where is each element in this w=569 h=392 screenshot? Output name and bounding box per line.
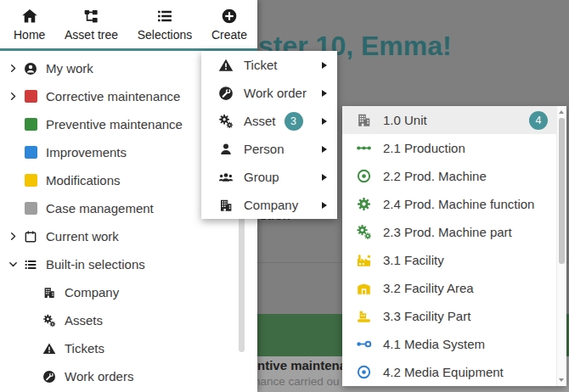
- facility-part-icon: [356, 308, 372, 324]
- sidebar-item-built-in-selections[interactable]: Built-in selections: [0, 250, 238, 278]
- list-icon: [24, 258, 37, 272]
- sidebar-item-label: Built-in selections: [46, 257, 145, 272]
- submenu-arrow-icon: [322, 90, 327, 97]
- home-icon: [21, 8, 38, 25]
- gear-icon: [356, 196, 372, 212]
- menu-item-label: Asset: [244, 114, 276, 128]
- submenu-item-prod-machine-part[interactable]: 2.3 Prod. Machine part: [342, 218, 566, 246]
- submenu-arrow-icon: [322, 146, 327, 153]
- menu-item-ticket[interactable]: Ticket: [201, 51, 337, 79]
- sidebar-item-label: Case management: [46, 201, 154, 216]
- submenu-item-facility-part[interactable]: 3.3 Facility Part: [342, 302, 566, 330]
- menu-item-company[interactable]: Company: [201, 191, 337, 219]
- nav-label: Create: [211, 28, 247, 42]
- target-circle-icon: [356, 168, 372, 184]
- menu-item-label: Work order: [244, 86, 307, 100]
- sidebar-item-label: Assets: [65, 313, 103, 328]
- person-icon: [218, 142, 234, 157]
- chevron-right-icon[interactable]: [8, 232, 24, 241]
- menu-item-label: Ticket: [244, 58, 277, 72]
- sidebar-item-label: Tickets: [65, 341, 104, 356]
- plus-circle-icon: [221, 8, 238, 25]
- chevron-right-icon[interactable]: [8, 64, 24, 73]
- wrench-circle-icon: [218, 86, 234, 101]
- submenu-scrollbar-thumb[interactable]: [559, 118, 565, 264]
- target-circle-icon: [356, 364, 372, 380]
- menu-item-label: Company: [244, 198, 298, 212]
- sidebar-item-label: Modifications: [46, 173, 121, 188]
- submenu-item-prod-machine[interactable]: 2.2 Prod. Machine: [342, 162, 566, 190]
- menu-item-label: Person: [244, 142, 284, 156]
- submenu-item-label: 2.1 Production: [383, 141, 465, 155]
- submenu-arrow-icon: [322, 62, 327, 69]
- menu-item-label: Group: [244, 170, 279, 184]
- submenu-item-production[interactable]: 2.1 Production: [342, 134, 566, 162]
- shed-icon: [356, 280, 372, 296]
- submenu-item-label: 3.1 Facility: [383, 253, 444, 267]
- calendar-icon: [24, 230, 37, 244]
- card-title-fragment: ntive maintena: [257, 358, 346, 372]
- menu-item-group[interactable]: Group: [201, 163, 337, 191]
- submenu-item-facility[interactable]: 3.1 Facility: [342, 246, 566, 274]
- building-icon: [218, 198, 234, 213]
- nav-item-home[interactable]: Home: [10, 6, 48, 43]
- create-dropdown-menu: Ticket Work order Asset 3 Person Group C…: [201, 51, 337, 219]
- sidebar-item-company[interactable]: Company: [0, 278, 238, 306]
- scroll-down-arrow-icon[interactable]: [559, 378, 564, 382]
- sidebar-item-label: Company: [65, 285, 119, 300]
- sidebar-item-label: Current work: [46, 229, 119, 244]
- warning-triangle-icon: [218, 58, 234, 73]
- submenu-item-unit[interactable]: 1.0 Unit 4: [342, 106, 566, 134]
- group-icon: [218, 170, 234, 185]
- sidebar-item-label: My work: [46, 61, 93, 76]
- building-icon: [42, 286, 56, 300]
- nav-label: Home: [14, 28, 45, 42]
- sidebar-item-assets[interactable]: Assets: [0, 306, 238, 334]
- submenu-item-media-equipment[interactable]: 4.2 Media Equipment: [342, 358, 566, 386]
- gears-icon: [42, 314, 56, 328]
- yellow-square-swatch: [24, 174, 37, 188]
- gears-icon: [356, 224, 372, 240]
- nav-item-selections[interactable]: Selections: [134, 6, 196, 43]
- red-square-swatch: [24, 90, 37, 104]
- blue-square-swatch: [24, 146, 37, 160]
- sidebar-item-tickets[interactable]: Tickets: [0, 334, 238, 362]
- card-text-fragment: nance carried ou: [257, 375, 340, 388]
- submenu-item-label: 4.2 Media Equipment: [383, 365, 504, 379]
- submenu-item-label: 2.4 Prod. Machine function: [383, 197, 534, 211]
- submenu-item-facility-area[interactable]: 3.2 Facility Area: [342, 274, 566, 302]
- submenu-item-prod-machine-function[interactable]: 2.4 Prod. Machine function: [342, 190, 566, 218]
- unit-building-icon: [356, 112, 372, 128]
- chevron-down-icon[interactable]: [8, 260, 24, 269]
- asset-count-badge: 3: [284, 112, 303, 131]
- submenu-item-label: 2.3 Prod. Machine part: [383, 225, 512, 239]
- nav-item-asset-tree[interactable]: Asset tree: [61, 6, 121, 43]
- sidebar-item-label: Corrective maintenance: [46, 89, 180, 104]
- submenu-item-label: 4.1 Media System: [383, 337, 485, 351]
- submenu-item-label: 1.0 Unit: [383, 113, 427, 127]
- submenu-item-media-system[interactable]: 4.1 Media System: [342, 330, 566, 358]
- production-line-icon: [356, 140, 372, 156]
- sidebar-item-label: Improvements: [46, 145, 127, 160]
- submenu-arrow-icon: [322, 118, 327, 125]
- nav-label: Asset tree: [65, 28, 118, 42]
- wrench-circle-icon: [42, 370, 56, 384]
- unit-count-badge: 4: [529, 111, 548, 130]
- sidebar-item-work-orders[interactable]: Work orders: [0, 362, 238, 390]
- scroll-up-arrow-icon[interactable]: [559, 110, 564, 114]
- sidebar-item-current-work[interactable]: Current work: [0, 222, 238, 250]
- sidebar-item-label: Work orders: [65, 369, 133, 384]
- menu-item-asset[interactable]: Asset 3: [201, 107, 337, 135]
- asset-tree-icon: [83, 8, 100, 25]
- menu-item-person[interactable]: Person: [201, 135, 337, 163]
- menu-item-work-order[interactable]: Work order: [201, 79, 337, 107]
- chevron-right-icon[interactable]: [8, 92, 24, 101]
- submenu-item-label: 2.2 Prod. Machine: [383, 169, 487, 183]
- submenu-scrollbar[interactable]: [556, 106, 566, 386]
- factory-icon: [356, 252, 372, 268]
- nav-item-create[interactable]: Create: [208, 6, 251, 43]
- green-square-swatch: [24, 118, 37, 132]
- person-circle-icon: [24, 62, 37, 76]
- sidebar-item-label: Preventive maintenance: [46, 117, 183, 132]
- submenu-arrow-icon: [322, 174, 327, 181]
